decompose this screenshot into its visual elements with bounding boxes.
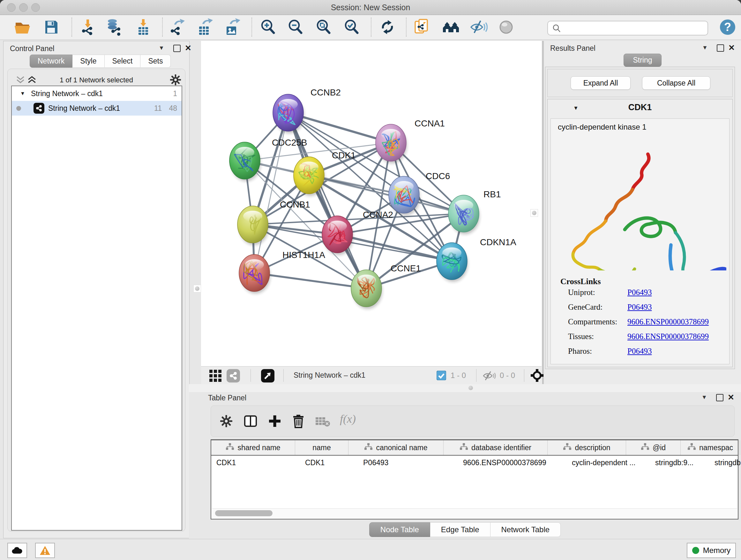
collapse-all-button[interactable]: Collapse All <box>642 76 711 90</box>
selected-checkbox-icon[interactable] <box>436 371 446 380</box>
refresh-icon[interactable] <box>379 18 396 36</box>
entry-description: cyclin-dependent kinase 1 <box>558 123 647 132</box>
column-header-name[interactable]: name <box>295 440 348 455</box>
network-tree-row[interactable]: String Network – cdk1 11 48 <box>12 101 182 116</box>
tree-collapse-caret-icon[interactable]: ▼ <box>20 86 25 101</box>
column-header-canonical-name[interactable]: canonical name <box>348 440 444 455</box>
table-panel-float-icon[interactable] <box>716 394 724 401</box>
toolbar-separator <box>252 17 252 37</box>
column-header-shared-name[interactable]: shared name <box>211 440 295 455</box>
table-settings-gear-icon[interactable] <box>220 415 232 428</box>
column-label: name <box>313 443 331 452</box>
search-input[interactable] <box>564 22 703 34</box>
control-panel-menu-caret-icon[interactable]: ▼ <box>158 45 164 51</box>
zoom-selected-icon[interactable] <box>343 18 360 36</box>
preview-sphere-icon[interactable] <box>497 18 515 36</box>
memory-button[interactable]: Memory <box>687 543 736 558</box>
control-panel-close-icon[interactable]: ✕ <box>185 44 192 53</box>
cell-shared-name[interactable]: CDK1 <box>211 455 300 470</box>
home-icon[interactable] <box>442 18 460 36</box>
results-splitter[interactable] <box>542 41 543 384</box>
column-label: @id <box>653 443 666 452</box>
network-tree-root-row[interactable]: ▼ String Network – cdk1 1 <box>12 86 182 101</box>
zoom-fit-icon[interactable] <box>315 18 333 36</box>
network-options-gear-icon[interactable] <box>170 74 181 85</box>
import-table-icon[interactable] <box>134 18 152 36</box>
cloud-button[interactable] <box>7 543 27 558</box>
cell-database-identifier[interactable]: 9606.ENSP00000378699 <box>458 455 567 470</box>
horizontal-splitter-knob[interactable] <box>467 384 474 391</box>
cell-canonical-name[interactable]: P06493 <box>358 455 458 470</box>
table-panel-menu-caret-icon[interactable]: ▼ <box>701 394 707 401</box>
cell-name[interactable]: CDK1 <box>300 455 358 470</box>
network-label: String Network – cdk1 <box>48 101 120 116</box>
column-header-database-identifier[interactable]: database identifier <box>444 440 548 455</box>
cell-description[interactable]: cyclin-dependent ... <box>567 455 650 470</box>
import-network-icon[interactable] <box>78 18 96 36</box>
crosslink-link[interactable]: P06493 <box>627 347 652 356</box>
column-label: database identifier <box>471 443 531 452</box>
left-splitter-knob[interactable] <box>193 285 201 293</box>
crosshair-icon[interactable] <box>530 368 544 383</box>
horizontal-splitter[interactable] <box>189 384 741 392</box>
export-table-icon[interactable] <box>195 18 213 36</box>
function-builder-icon: f(x) <box>340 412 356 426</box>
results-panel-close-icon[interactable]: ✕ <box>728 43 735 52</box>
crosslink-link[interactable]: P06493 <box>627 288 652 297</box>
column-header--id[interactable]: @id <box>626 440 681 455</box>
toolbar-separator <box>283 369 284 382</box>
node-label-cdc25b: CDC25B <box>272 138 307 147</box>
tab-network-table[interactable]: Network Table <box>490 522 561 537</box>
tab-style[interactable]: Style <box>72 55 105 68</box>
results-panel-menu-caret-icon[interactable]: ▼ <box>702 44 708 51</box>
results-panel-float-icon[interactable] <box>717 44 724 52</box>
tab-string[interactable]: String <box>623 54 661 67</box>
hide-eye-icon[interactable] <box>470 18 488 36</box>
help-icon[interactable]: ? <box>719 18 737 36</box>
network-graph[interactable]: CCNB2CCNA1CDC25BCDK1CDC6RB1CCNB1CCNA2CDK… <box>201 41 542 366</box>
column-header-description[interactable]: description <box>548 440 626 455</box>
network-canvas[interactable]: CCNB2CCNA1CDC25BCDK1CDC6RB1CCNB1CCNA2CDK… <box>201 41 542 366</box>
share-view-icon[interactable] <box>226 369 240 382</box>
column-header-namespac[interactable]: namespac <box>681 440 740 455</box>
crosslink-row: Compartments:9606.ENSP00000378699 <box>551 317 729 332</box>
import-database-icon[interactable] <box>105 18 123 36</box>
save-session-icon[interactable] <box>42 18 60 36</box>
table-horizontal-scrollbar[interactable] <box>212 508 737 518</box>
results-panel-title: Results Panel <box>550 44 596 53</box>
crosslink-link[interactable]: 9606.ENSP00000378699 <box>627 317 709 326</box>
expand-all-button[interactable]: Expand All <box>570 76 630 90</box>
search-box <box>547 21 708 36</box>
add-column-icon[interactable] <box>268 414 282 428</box>
crosslink-link[interactable]: 9606.ENSP00000378699 <box>627 332 709 341</box>
export-image-icon[interactable] <box>223 18 241 36</box>
string-results-content: Expand All Collapse All ▼ CDK1 cyclin-de… <box>545 67 735 369</box>
control-panel-float-icon[interactable] <box>173 45 181 52</box>
warning-button[interactable] <box>35 543 55 558</box>
export-network-icon[interactable] <box>168 18 186 36</box>
tab-node-table[interactable]: Node Table <box>369 522 430 537</box>
show-columns-icon[interactable] <box>244 414 258 428</box>
grid-view-icon[interactable] <box>209 369 222 382</box>
table-panel-close-icon[interactable]: ✕ <box>728 393 734 402</box>
open-session-icon[interactable] <box>13 18 31 36</box>
clone-network-icon[interactable] <box>413 18 431 36</box>
table-toolbar: f(x) <box>211 406 735 437</box>
zoom-in-icon[interactable] <box>259 18 277 36</box>
zoom-out-icon[interactable] <box>286 18 305 36</box>
delete-column-trash-icon[interactable] <box>291 414 306 428</box>
column-tree-icon <box>641 443 650 452</box>
tab-edge-table[interactable]: Edge Table <box>430 522 490 537</box>
tab-sets[interactable]: Sets <box>140 55 171 68</box>
cell--id[interactable]: stringdb:9... <box>650 455 710 470</box>
birdseye-view-icon[interactable] <box>261 369 274 382</box>
crosslink-label: Compartments: <box>568 317 617 326</box>
cell-namespac[interactable]: stringdb <box>710 455 741 470</box>
crosslinks-title: CrossLinks <box>560 277 601 287</box>
table-row[interactable]: CDK1CDK1P064939606.ENSP00000378699cyclin… <box>211 455 738 470</box>
crosslink-link[interactable]: P06493 <box>627 303 652 312</box>
right-splitter-knob[interactable] <box>530 209 538 217</box>
scrollbar-thumb[interactable] <box>215 510 273 516</box>
tab-network[interactable]: Network <box>30 55 72 68</box>
tab-select[interactable]: Select <box>105 55 141 68</box>
